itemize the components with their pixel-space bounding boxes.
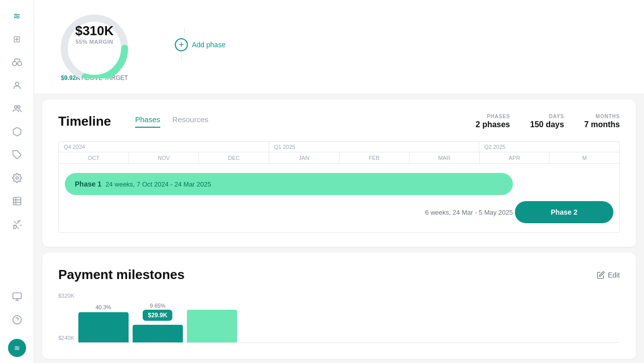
sidebar-avatar[interactable]: ≋: [8, 339, 26, 357]
stat-days-value: 150 days: [530, 120, 564, 129]
milestones-header: Payment milestones Edit: [58, 267, 620, 283]
bar-group-3: [187, 310, 237, 342]
timeline-grid: Q4 2024 Q1 2025 Q2 2025 OCT NOV DEC JAN …: [58, 141, 620, 233]
table-icon: [12, 196, 22, 206]
phase1-dates: 24 weeks, 7 Oct 2024 - 24 Mar 2025: [105, 180, 211, 188]
sidebar: ≋ ⊞: [0, 0, 34, 363]
sidebar-icon-gear[interactable]: [7, 168, 27, 188]
bar2: [133, 325, 183, 342]
month-nov: NOV: [129, 152, 199, 163]
month-mar: MAR: [409, 152, 480, 163]
bar-group-2: 9.65% $29.9K: [133, 303, 183, 342]
bar2-badge: $29.9K: [143, 310, 172, 321]
stat-days: DAYS 150 days: [530, 114, 564, 129]
sidebar-icon-group[interactable]: [7, 99, 27, 119]
chart-area: $320K $240K 40.3% 9.65% $29.9K: [58, 293, 620, 345]
timeline-rows: Phase 1 24 weeks, 7 Oct 2024 - 24 Mar 20…: [59, 164, 619, 232]
revenue-amount: $310K: [75, 23, 114, 39]
bar1: [78, 312, 129, 342]
sidebar-icon-grid[interactable]: ⊞: [7, 29, 27, 49]
stat-phases-label: PHASES: [476, 114, 510, 119]
margin-label: 55% MARGIN: [75, 39, 114, 45]
month-jan: JAN: [269, 152, 340, 163]
bar3: [187, 310, 237, 342]
stat-phases-value: 2 phases: [476, 120, 510, 129]
sidebar-icon-binoculars[interactable]: [7, 52, 27, 72]
cube-icon: [12, 127, 22, 137]
main-content: $310K 55% MARGIN $9.92K ABOVE TARGET + A…: [34, 0, 644, 363]
sidebar-icon-screen[interactable]: [7, 287, 27, 307]
timeline-quarters: Q4 2024 Q1 2025 Q2 2025: [59, 142, 619, 152]
phase2-label: Phase 2: [551, 208, 578, 216]
quarter-q4: Q4 2024: [59, 142, 269, 152]
month-dec: DEC: [199, 152, 269, 163]
sidebar-icon-cube[interactable]: [7, 122, 27, 142]
timeline-header: Timeline Phases Resources PHASES 2 phase…: [58, 114, 620, 129]
puzzle-icon: [12, 150, 22, 160]
y-axis: $320K $240K: [58, 293, 78, 343]
quarter-q2: Q2 2025: [479, 142, 619, 152]
group-icon: [12, 104, 22, 114]
milestones-title: Payment milestones: [58, 267, 184, 283]
stat-phases: PHASES 2 phases: [476, 114, 510, 129]
waves-icon: ≋: [13, 11, 21, 22]
top-card: $310K 55% MARGIN $9.92K ABOVE TARGET + A…: [34, 0, 644, 94]
edit-icon: [597, 271, 605, 279]
month-m: M: [550, 152, 619, 163]
timeline-title: Timeline: [58, 114, 111, 129]
bar-group-1: 40.3%: [78, 304, 129, 342]
sidebar-icon-person[interactable]: [7, 75, 27, 96]
stat-months-label: MONTHS: [584, 114, 620, 119]
edit-label: Edit: [608, 271, 620, 279]
timeline-tabs: Phases Resources: [135, 115, 208, 128]
svg-point-4: [17, 106, 20, 108]
phase2-bar[interactable]: Phase 2: [515, 201, 613, 223]
svg-rect-7: [13, 198, 21, 205]
screen-icon: [12, 292, 22, 302]
gear-icon: [12, 173, 22, 183]
tab-resources[interactable]: Resources: [172, 115, 208, 128]
month-apr: APR: [480, 152, 550, 163]
sidebar-icon-puzzle[interactable]: [7, 145, 27, 165]
sidebar-icon-table[interactable]: [7, 191, 27, 211]
tab-phases[interactable]: Phases: [135, 115, 160, 128]
person-icon: [12, 80, 22, 90]
help-icon: [12, 315, 22, 325]
bar2-pct: 9.65%: [150, 303, 165, 309]
add-phase-button[interactable]: +: [175, 38, 188, 51]
sidebar-icon-wand[interactable]: [7, 214, 27, 234]
avatar-icon: ≋: [14, 344, 20, 352]
timeline-stats: PHASES 2 phases DAYS 150 days MONTHS 7 m…: [476, 114, 620, 129]
bar1-pct: 40.3%: [95, 304, 111, 310]
svg-rect-14: [13, 293, 21, 299]
svg-point-6: [16, 177, 18, 179]
y-label-240k: $240K: [58, 335, 74, 341]
add-phase-area[interactable]: + Add phase: [155, 28, 226, 61]
chart-bars: 40.3% 9.65% $29.9K: [78, 303, 620, 343]
milestones-card: Payment milestones Edit $320K $240K 40.3…: [42, 253, 636, 359]
phase1-row: Phase 1 24 weeks, 7 Oct 2024 - 24 Mar 20…: [63, 170, 615, 198]
svg-point-0: [12, 61, 16, 65]
sidebar-icon-waves[interactable]: ≋: [7, 6, 27, 26]
timeline-card: Timeline Phases Resources PHASES 2 phase…: [42, 100, 636, 247]
wand-icon: [12, 219, 22, 229]
add-phase-label[interactable]: Add phase: [192, 41, 226, 49]
quarter-q1: Q1 2025: [269, 142, 480, 152]
stat-days-label: DAYS: [530, 114, 564, 119]
month-oct: OCT: [59, 152, 129, 163]
stat-months: MONTHS 7 months: [584, 114, 620, 129]
stat-months-value: 7 months: [584, 120, 620, 129]
binoculars-icon: [12, 57, 22, 67]
phase1-label: Phase 1: [75, 180, 101, 188]
svg-point-2: [15, 82, 19, 85]
month-feb: FEB: [340, 152, 410, 163]
edit-button[interactable]: Edit: [597, 271, 620, 279]
y-label-320k: $320K: [58, 293, 74, 299]
svg-point-1: [17, 61, 21, 65]
phase1-bar[interactable]: Phase 1 24 weeks, 7 Oct 2024 - 24 Mar 20…: [65, 173, 513, 195]
svg-point-3: [15, 106, 17, 108]
sidebar-icon-help[interactable]: [7, 310, 27, 330]
phase2-row: 6 weeks, 24 Mar - 5 May 2025 Phase 2: [63, 198, 615, 226]
timeline-months: OCT NOV DEC JAN FEB MAR APR M: [59, 152, 619, 164]
grid-icon: ⊞: [13, 34, 21, 45]
